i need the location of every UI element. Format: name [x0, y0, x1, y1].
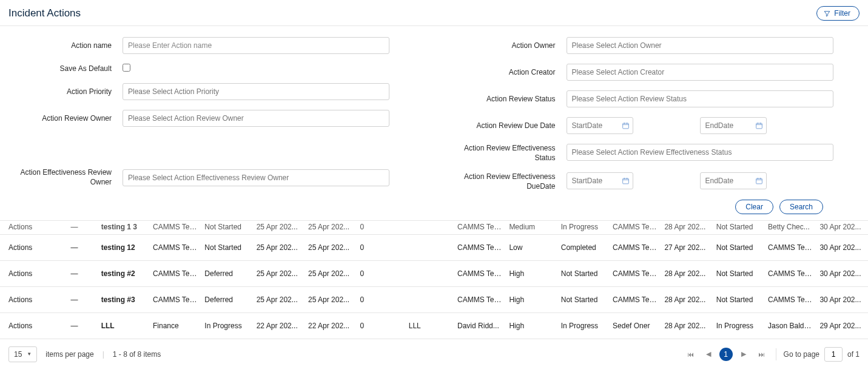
table-cell: In Progress: [557, 221, 609, 234]
page-size-select[interactable]: 15: [8, 346, 37, 362]
table-cell: Not Started: [557, 286, 609, 312]
table-cell: CAMMS Tes...: [609, 221, 661, 234]
table-cell: Completed: [557, 234, 609, 260]
label-action-name: Action name: [8, 41, 112, 50]
table-cell: Deferred: [201, 286, 252, 312]
eff-due-end-input[interactable]: [700, 172, 767, 189]
action-eff-review-owner-select[interactable]: [123, 169, 389, 186]
filter-button-label: Filter: [834, 9, 850, 18]
label-eff-review-owner: Action Effectiveness Review Owner: [8, 168, 112, 187]
table-cell: testing 1 3: [98, 221, 149, 234]
table-cell: 30 Apr 202...: [816, 234, 868, 260]
table-cell: testing #3: [98, 286, 149, 312]
pager-first-button[interactable]: ⏮: [684, 348, 698, 360]
table-cell: CAMMS Tes...: [149, 221, 201, 234]
table-cell: Finance: [149, 312, 201, 339]
table-cell: In Progress: [557, 312, 609, 339]
pager-last-button[interactable]: ⏭: [755, 348, 769, 360]
table-row[interactable]: Actions—testing 12CAMMS Tes...Not Starte…: [0, 234, 868, 260]
table-cell: 0: [356, 260, 405, 286]
action-name-input[interactable]: [123, 37, 389, 54]
label-save-default: Save As Default: [8, 64, 112, 73]
clear-button[interactable]: Clear: [735, 200, 773, 214]
save-default-checkbox[interactable]: [123, 64, 130, 72]
table-cell: 30 Apr 202...: [816, 260, 868, 286]
label-eff-due: Action Review Effectiveness DueDate: [453, 172, 556, 191]
table-cell: 27 Apr 202...: [661, 234, 712, 260]
label-review-status: Action Review Status: [453, 95, 556, 103]
results-table: Actions—testing 1 3CAMMS Tes...Not Start…: [0, 221, 868, 339]
divider: |: [103, 350, 104, 359]
table-cell: Actions: [0, 312, 67, 339]
table-cell: Not Started: [557, 260, 609, 286]
table-cell: High: [505, 286, 557, 312]
table-cell: 25 Apr 202...: [304, 260, 356, 286]
table-cell: Not Started: [713, 260, 764, 286]
filter-panel: Action name Save As Default Action Prior…: [0, 26, 868, 221]
table-cell: CAMMS Tes...: [764, 260, 816, 286]
items-range: 1 - 8 of 8 items: [113, 350, 161, 359]
search-button[interactable]: Search: [779, 200, 823, 214]
table-row[interactable]: Actions—testing 1 3CAMMS Tes...Not Start…: [0, 221, 868, 234]
table-cell: testing 12: [98, 234, 149, 260]
eff-due-start-input[interactable]: [567, 172, 633, 189]
goto-of-text: of 1: [847, 350, 860, 359]
review-due-end-input[interactable]: [700, 117, 767, 134]
table-cell: 28 Apr 202...: [661, 221, 712, 234]
label-action-owner: Action Owner: [453, 41, 556, 50]
table-cell: CAMMS Tes...: [454, 286, 505, 312]
table-cell: CAMMS Tes...: [454, 260, 505, 286]
table-cell: In Progress: [713, 312, 764, 339]
table-cell: CAMMS Tes...: [454, 234, 505, 260]
review-due-start-input[interactable]: [567, 117, 633, 134]
label-review-owner: Action Review Owner: [8, 114, 112, 123]
filter-button[interactable]: Filter: [816, 6, 860, 21]
page-title: Incident Actions: [8, 7, 81, 19]
table-cell: High: [505, 312, 557, 339]
table-cell: Actions: [0, 234, 67, 260]
table-cell: 25 Apr 202...: [304, 286, 356, 312]
table-row[interactable]: Actions—testing #2CAMMS Tes...Deferred25…: [0, 260, 868, 286]
items-per-page-label: items per page: [45, 350, 93, 359]
table-cell: CAMMS Tes...: [149, 286, 201, 312]
table-cell: CAMMS Tes...: [149, 260, 201, 286]
pager-next-button[interactable]: ▶: [738, 348, 750, 360]
table-cell: [405, 234, 454, 260]
table-cell: 25 Apr 202...: [253, 260, 304, 286]
action-creator-select[interactable]: [567, 64, 833, 81]
page-size-value: 15: [14, 350, 22, 359]
table-cell: [405, 286, 454, 312]
table-cell: Betty Chec...: [764, 221, 816, 234]
table-cell: 0: [356, 312, 405, 339]
table-cell: testing #2: [98, 260, 149, 286]
table-cell: Not Started: [713, 286, 764, 312]
goto-label: Go to page: [784, 350, 819, 359]
table-cell: 0: [356, 234, 405, 260]
table-cell: 22 Apr 202...: [304, 312, 356, 339]
action-review-status-select[interactable]: [567, 90, 833, 107]
label-action-priority: Action Priority: [8, 87, 112, 96]
pager-current-page[interactable]: 1: [719, 348, 733, 361]
table-row[interactable]: Actions—testing #3CAMMS Tes...Deferred25…: [0, 286, 868, 312]
table-cell: 25 Apr 202...: [304, 221, 356, 234]
table-cell: [405, 221, 454, 234]
pager-prev-button[interactable]: ◀: [702, 348, 715, 360]
table-cell: —: [67, 312, 97, 339]
action-priority-select[interactable]: [123, 83, 389, 100]
table-cell: Not Started: [201, 234, 252, 260]
label-review-due: Action Review Due Date: [453, 121, 556, 130]
goto-page-input[interactable]: [824, 347, 843, 362]
table-cell: Not Started: [713, 221, 764, 234]
table-cell: [405, 260, 454, 286]
table-cell: —: [67, 260, 97, 286]
table-row[interactable]: Actions—LLLFinanceIn Progress22 Apr 202.…: [0, 312, 868, 339]
table-cell: 0: [356, 221, 405, 234]
action-eff-status-select[interactable]: [567, 144, 833, 161]
table-cell: Sedef Oner: [609, 312, 661, 339]
action-review-owner-select[interactable]: [123, 110, 389, 127]
table-cell: Actions: [0, 286, 67, 312]
action-owner-select[interactable]: [567, 37, 833, 54]
table-cell: —: [67, 286, 97, 312]
table-cell: High: [505, 260, 557, 286]
table-cell: 30 Apr 202...: [816, 286, 868, 312]
